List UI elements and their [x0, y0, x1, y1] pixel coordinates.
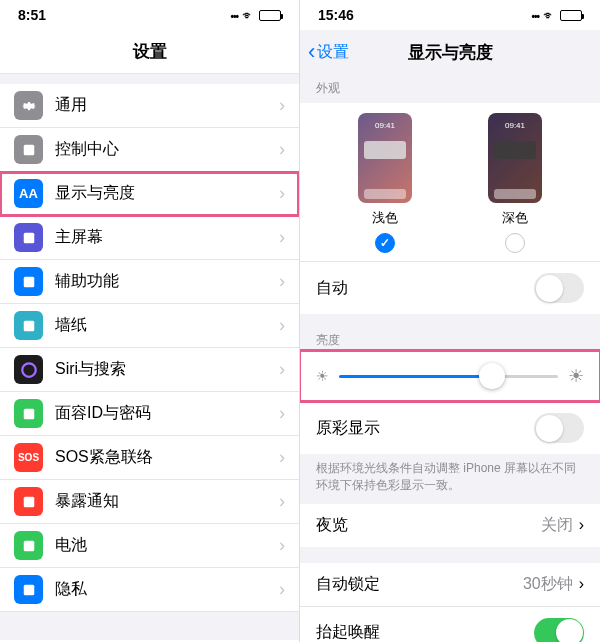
auto-lock-row[interactable]: 自动锁定 30秒钟› — [300, 563, 600, 606]
page-title: 设置 — [133, 40, 167, 63]
true-tone-note: 根据环境光线条件自动调整 iPhone 屏幕以在不同环境下保持色彩显示一致。 — [300, 454, 600, 504]
settings-row-face[interactable]: 面容ID与密码› — [0, 392, 299, 436]
status-time: 15:46 — [318, 7, 354, 23]
wifi-icon — [543, 7, 556, 23]
hand-icon — [14, 575, 43, 604]
row-label: 电池 — [55, 535, 279, 556]
row-label: 控制中心 — [55, 139, 279, 160]
light-preview — [358, 113, 412, 203]
row-label: 显示与亮度 — [55, 183, 279, 204]
status-time: 8:51 — [18, 7, 46, 23]
battery-icon — [560, 10, 582, 21]
navbar: 设置 — [0, 30, 299, 74]
wifi-icon — [242, 7, 255, 23]
svg-rect-6 — [23, 496, 34, 507]
chevron-right-icon: › — [579, 516, 584, 534]
siri-icon — [14, 355, 43, 384]
toggle-on[interactable] — [534, 618, 584, 642]
back-button[interactable]: ‹设置 — [308, 41, 349, 63]
brightness-header: 亮度 — [300, 326, 600, 351]
row-label: 面容ID与密码 — [55, 403, 279, 424]
row-label: 通用 — [55, 95, 279, 116]
chevron-right-icon: › — [579, 575, 584, 593]
chevron-right-icon: › — [279, 271, 285, 292]
settings-row-exposure[interactable]: 暴露通知› — [0, 480, 299, 524]
battery-icon — [14, 531, 43, 560]
navbar: ‹设置 显示与亮度 — [300, 30, 600, 74]
signal-icon — [230, 7, 238, 23]
appearance-section: 浅色 深色 自动 — [300, 103, 600, 314]
settings-row-battery[interactable]: 电池› — [0, 524, 299, 568]
sun-max-icon: ☀ — [568, 365, 584, 387]
settings-row-switch[interactable]: 控制中心› — [0, 128, 299, 172]
radio-checked-icon — [375, 233, 395, 253]
battery-icon — [259, 10, 281, 21]
svg-rect-0 — [23, 144, 34, 155]
settings-row-accessibility[interactable]: 辅助功能› — [0, 260, 299, 304]
svg-point-4 — [22, 363, 36, 377]
settings-row-siri[interactable]: Siri与搜索› — [0, 348, 299, 392]
exposure-icon — [14, 487, 43, 516]
raise-to-wake-row[interactable]: 抬起唤醒 — [300, 606, 600, 642]
row-label: SOS紧急联络 — [55, 447, 279, 468]
row-label: 墙纸 — [55, 315, 279, 336]
chevron-right-icon: › — [279, 447, 285, 468]
night-shift-row[interactable]: 夜览 关闭› — [300, 504, 600, 547]
chevron-right-icon: › — [279, 227, 285, 248]
svg-rect-1 — [23, 232, 34, 243]
chevron-right-icon: › — [279, 491, 285, 512]
svg-rect-2 — [23, 276, 34, 287]
radio-unchecked-icon — [505, 233, 525, 253]
aa-icon: AA — [14, 179, 43, 208]
settings-row-sos[interactable]: SOSSOS紧急联络› — [0, 436, 299, 480]
page-title: 显示与亮度 — [408, 41, 493, 64]
row-label: 暴露通知 — [55, 491, 279, 512]
chevron-right-icon: › — [279, 359, 285, 380]
svg-rect-7 — [23, 540, 34, 551]
auto-appearance-row[interactable]: 自动 — [300, 261, 600, 314]
appearance-dark-option[interactable]: 深色 — [488, 113, 542, 253]
appearance-header: 外观 — [300, 74, 600, 103]
flower-icon — [14, 311, 43, 340]
gear-icon — [14, 91, 43, 120]
settings-row-hand[interactable]: 隐私› — [0, 568, 299, 612]
settings-row-flower[interactable]: 墙纸› — [0, 304, 299, 348]
sos-icon: SOS — [14, 443, 43, 472]
svg-rect-8 — [23, 584, 34, 595]
settings-row-grid[interactable]: 主屏幕› — [0, 216, 299, 260]
accessibility-icon — [14, 267, 43, 296]
switch-icon — [14, 135, 43, 164]
chevron-right-icon: › — [279, 139, 285, 160]
row-label: Siri与搜索 — [55, 359, 279, 380]
chevron-right-icon: › — [279, 403, 285, 424]
signal-icon — [531, 7, 539, 23]
svg-rect-3 — [23, 320, 34, 331]
grid-icon — [14, 223, 43, 252]
toggle-off[interactable] — [534, 273, 584, 303]
status-bar: 15:46 — [300, 0, 600, 30]
dark-preview — [488, 113, 542, 203]
chevron-right-icon: › — [279, 183, 285, 204]
brightness-row[interactable]: ☀ ☀ — [300, 351, 600, 401]
svg-rect-5 — [23, 408, 34, 419]
sun-min-icon: ☀ — [316, 368, 329, 384]
row-label: 主屏幕 — [55, 227, 279, 248]
chevron-right-icon: › — [279, 535, 285, 556]
settings-row-aa[interactable]: AA显示与亮度› — [0, 172, 299, 216]
row-label: 辅助功能 — [55, 271, 279, 292]
toggle-off[interactable] — [534, 413, 584, 443]
row-label: 隐私 — [55, 579, 279, 600]
brightness-slider[interactable] — [339, 375, 558, 378]
status-bar: 8:51 — [0, 0, 299, 30]
true-tone-row[interactable]: 原彩显示 — [300, 401, 600, 454]
chevron-right-icon: › — [279, 95, 285, 116]
settings-row-gear[interactable]: 通用› — [0, 84, 299, 128]
face-icon — [14, 399, 43, 428]
appearance-light-option[interactable]: 浅色 — [358, 113, 412, 253]
chevron-right-icon: › — [279, 315, 285, 336]
chevron-right-icon: › — [279, 579, 285, 600]
chevron-left-icon: ‹ — [308, 41, 315, 63]
